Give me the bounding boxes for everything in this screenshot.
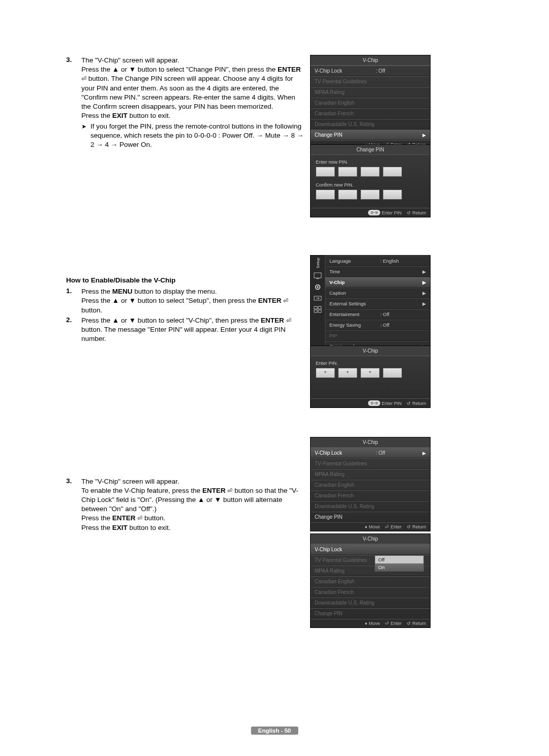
menu-row[interactable]: V-Chip Lock: Off [311, 66, 430, 76]
pin-digit[interactable] [360, 190, 380, 200]
dropdown-option-on[interactable]: On [375, 563, 423, 571]
pin-digit[interactable]: * [338, 368, 357, 378]
osd-vchip-menu: V-Chip V-Chip Lock: OffTV Parental Guide… [310, 55, 431, 149]
menu-label: Downloadable U.S. Rating [315, 121, 376, 127]
step-3-top: 3. The "V-Chip" screen will appear. Pres… [66, 56, 305, 149]
menu-row[interactable]: Canadian English [311, 576, 430, 587]
menu-label: Change PIN [315, 611, 376, 616]
pin-entry-new[interactable] [316, 167, 425, 177]
osd-vchip-menu-2: V-Chip V-Chip Lock: Off▶TV Parental Guid… [310, 437, 431, 531]
footer-enterpin: 0~9 Enter PIN [368, 400, 402, 406]
pin-digit[interactable]: * [360, 368, 380, 378]
pin-confirm-label: Confirm new PIN. [316, 182, 425, 187]
menu-row[interactable]: PIP [325, 330, 430, 341]
menu-row[interactable]: MPAA Rating [311, 469, 430, 480]
svg-rect-6 [318, 306, 321, 309]
text: button. The message "Enter PIN" will app… [81, 326, 286, 342]
menu-row[interactable]: V-Chip▶ [325, 277, 430, 288]
chevron-right-icon: ▶ [422, 133, 426, 138]
enter-icon: ⏎ [286, 317, 291, 324]
text: Press the ▲ or ▼ button to select "Setup… [81, 297, 258, 304]
footer-return: ↺ Return [407, 524, 426, 529]
note-icon: ➤ [81, 122, 90, 131]
pin-digit[interactable] [383, 368, 402, 378]
osd-title: Change PIN [311, 145, 430, 155]
menu-row[interactable]: Downloadable U.S. Rating [311, 597, 430, 608]
text: The "V-Chip" screen will appear. [81, 56, 179, 64]
osd-footer: 0~9 Enter PIN ↺ Return [311, 398, 430, 407]
menu-row[interactable]: Caption▶ [325, 288, 430, 298]
menu-label: Change PIN [315, 514, 376, 520]
menu-label: Entertainment [329, 311, 380, 317]
osd-title: V-Chip [311, 346, 430, 356]
menu-row[interactable]: Language: English [325, 256, 430, 266]
pin-enter-label: Enter new PIN. [316, 159, 425, 165]
menu-row[interactable]: Change PIN [311, 608, 430, 619]
menu-label: MPAA Rating [315, 568, 376, 574]
menu-row[interactable]: Energy Saving: Off [325, 320, 430, 330]
menu-row[interactable]: TV Parental Guidelines [311, 458, 430, 469]
menu-row[interactable]: Time▶ [325, 266, 430, 277]
pin-digit[interactable] [338, 167, 357, 177]
menu-row[interactable]: External Settings▶ [325, 298, 430, 309]
osd-title: V-Chip [311, 437, 430, 448]
step-1: 1. Press the MENU button to display the … [66, 287, 305, 315]
pin-digit[interactable]: * [316, 368, 335, 378]
menu-row[interactable]: Downloadable U.S. Rating [311, 501, 430, 512]
osd-footer: ♦ Move ⏎ Enter ↺ Return [311, 619, 430, 627]
menu-label: Energy Saving [329, 322, 380, 328]
osd-footer: ♦ Move ⏎ Enter ↺ Return [311, 522, 430, 531]
svg-rect-1 [316, 278, 319, 279]
menu-row[interactable]: Canadian English [311, 480, 430, 490]
text: button. [142, 514, 165, 522]
picture-icon [314, 272, 322, 279]
enter-icon: ⏎ [81, 75, 86, 82]
menu-value: : English [380, 258, 399, 264]
pin-enter-label: Enter PIN. [316, 360, 425, 366]
osd-title: V-Chip [311, 55, 430, 66]
menu-row[interactable]: Change PIN [311, 512, 430, 522]
menu-label: Caption [329, 290, 380, 296]
enter-icon: ⏎ [283, 297, 288, 304]
step-number: 2. [66, 316, 81, 324]
pin-digit[interactable] [316, 167, 335, 177]
pin-digit[interactable] [360, 167, 380, 177]
menu-row[interactable]: Canadian French [311, 108, 430, 119]
menu-row[interactable]: Entertainment: Off [325, 309, 430, 320]
dropdown-vchiplock[interactable]: OffOn [375, 555, 424, 572]
dropdown-option-off[interactable]: Off [375, 556, 423, 563]
menu-label: MPAA Rating [315, 471, 376, 477]
menu-row[interactable]: Downloadable U.S. Rating [311, 119, 430, 130]
menu-label: Time [329, 269, 380, 274]
menu-row[interactable]: V-Chip Lock: Off▶ [311, 448, 430, 458]
step-number: 3. [66, 477, 81, 485]
menu-label: Change PIN [315, 132, 376, 138]
pin-digit[interactable] [383, 190, 402, 200]
pin-entry-confirm[interactable] [316, 190, 425, 200]
menu-row[interactable]: Change PIN▶ [311, 130, 430, 140]
menu-row[interactable]: Canadian English [311, 98, 430, 108]
menu-row[interactable]: TV Parental Guidelines [311, 76, 430, 87]
menu-row[interactable]: Canadian French [311, 587, 430, 597]
pin-entry[interactable]: * * * [316, 368, 425, 378]
gear-icon [314, 284, 322, 291]
menu-value: : Off [380, 311, 389, 317]
text: Press the [81, 288, 112, 295]
pin-digit[interactable] [338, 190, 357, 200]
menu-row[interactable]: MPAA Rating [311, 87, 430, 98]
svg-rect-0 [314, 273, 321, 278]
note-text: If you forget the PIN, press the remote-… [90, 122, 305, 150]
footer-enter: ⏎ Enter [385, 524, 402, 529]
step-3-bottom: 3. The "V-Chip" screen will appear. To e… [66, 477, 305, 532]
menu-row[interactable]: V-Chip Lock [311, 544, 430, 555]
page-number: English - 50 [251, 727, 298, 735]
enter-label: ENTER [258, 297, 282, 304]
menu-label: MENU [112, 288, 133, 295]
footer-return: ↺ Return [407, 400, 426, 406]
menu-row[interactable]: Canadian French [311, 490, 430, 501]
pin-digit[interactable] [316, 190, 335, 200]
pin-digit[interactable] [383, 167, 402, 177]
text: To enable the V-Chip feature, press the [81, 487, 202, 494]
enter-label: ENTER [112, 514, 136, 522]
menu-label: V-Chip Lock [315, 547, 376, 552]
